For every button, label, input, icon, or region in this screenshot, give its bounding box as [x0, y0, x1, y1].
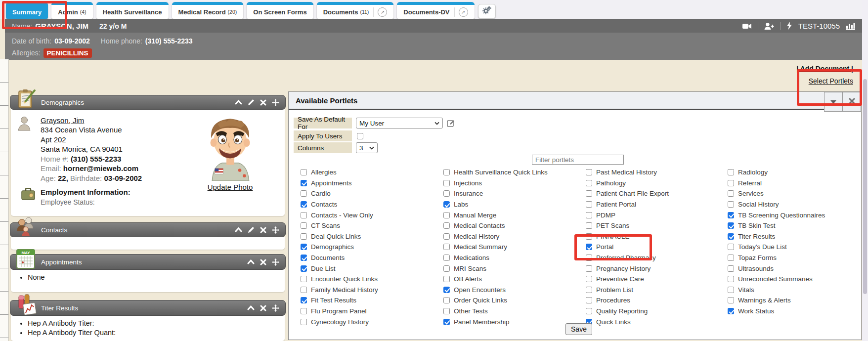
checkbox-referral[interactable] — [728, 180, 734, 186]
tab-admin[interactable]: Admin(4) — [51, 2, 92, 19]
checkbox-contacts-view-only[interactable] — [301, 212, 307, 218]
tab-documents[interactable]: Documents(11)↗ — [317, 2, 394, 19]
checkbox-unreconciled-summaries[interactable] — [728, 276, 734, 282]
tab-health-surveillance[interactable]: Health Surveillance — [96, 2, 169, 19]
checkbox-ct-scans[interactable] — [301, 222, 307, 229]
filter-portlets-input[interactable] — [532, 155, 624, 165]
checkbox-radiology[interactable] — [728, 169, 734, 175]
close-icon[interactable] — [260, 99, 266, 106]
collapse-icon[interactable] — [235, 99, 242, 105]
collapse-icon[interactable] — [247, 305, 255, 311]
checkbox-mri-scans[interactable] — [443, 265, 450, 272]
checkbox-order-quick-links[interactable] — [443, 297, 450, 303]
checkbox-preferred-pharmacy[interactable] — [586, 255, 592, 261]
add-person-icon[interactable] — [764, 22, 774, 30]
close-icon[interactable] — [260, 227, 266, 233]
save-button[interactable]: Save — [565, 323, 592, 335]
checkbox-social-history[interactable] — [728, 201, 734, 208]
checkbox-warnings-alerts[interactable] — [728, 297, 734, 303]
checkbox-panel-membership[interactable] — [443, 319, 450, 325]
move-icon[interactable] — [272, 226, 279, 234]
tab-settings-button[interactable] — [478, 4, 496, 19]
checkbox-patient-portal[interactable] — [586, 201, 592, 208]
checkbox-encounter-quick-links[interactable] — [301, 276, 307, 282]
checkbox-quality-reporting[interactable] — [586, 308, 592, 314]
dialog-minimize-button[interactable] — [824, 92, 843, 112]
checkbox-titer-results[interactable] — [728, 233, 734, 240]
edit-icon[interactable] — [248, 99, 255, 106]
checkbox-manual-merge[interactable] — [443, 212, 450, 218]
tab-documents-dv[interactable]: Documents-DV↗ — [397, 2, 474, 19]
collapse-icon[interactable] — [235, 227, 242, 233]
checkbox-pinnacle[interactable] — [586, 233, 592, 240]
checkbox-tb-screening-questionnaires[interactable] — [728, 212, 734, 218]
checkbox-problem-list[interactable] — [586, 287, 592, 293]
checkbox-flu-program-panel[interactable] — [301, 308, 307, 314]
checkbox-pathology[interactable] — [586, 180, 592, 186]
checkbox-cardio[interactable] — [301, 190, 307, 197]
columns-select[interactable]: 3 — [356, 142, 378, 153]
checkbox-open-encounters[interactable] — [443, 287, 450, 293]
checkbox-medical-history[interactable] — [443, 233, 450, 240]
checkbox-family-medical-history[interactable] — [301, 287, 307, 293]
checkbox-tb-skin-test[interactable] — [728, 222, 734, 229]
checkbox-pet-scans[interactable] — [586, 222, 592, 229]
checkbox-injections[interactable] — [443, 180, 450, 186]
allergy-badge[interactable]: PENICILLINS — [43, 48, 92, 58]
checkbox-health-surveillance-quick-links[interactable] — [443, 169, 450, 175]
checkbox-demographics[interactable] — [301, 244, 307, 250]
checkbox-allergies[interactable] — [301, 169, 307, 175]
checkbox-deal-quick-links[interactable] — [301, 233, 307, 240]
checkbox-labs[interactable] — [443, 201, 450, 208]
checkbox-pdmp[interactable] — [586, 212, 592, 218]
checkbox-documents[interactable] — [301, 255, 307, 261]
dialog-close-button[interactable] — [842, 92, 861, 112]
checkbox-medical-summary[interactable] — [443, 244, 450, 250]
move-icon[interactable] — [272, 99, 279, 106]
checkbox-preventive-care[interactable] — [586, 276, 592, 282]
checkbox-patient-chart-file-export[interactable] — [586, 190, 592, 197]
move-icon[interactable] — [272, 304, 279, 312]
checkbox-medical-contacts[interactable] — [443, 222, 450, 229]
checkbox-pregnancy-history[interactable] — [586, 265, 592, 272]
checkbox-work-status[interactable] — [728, 308, 734, 314]
checkbox-services[interactable] — [728, 190, 734, 197]
collapsed-left-rail[interactable] — [0, 59, 9, 341]
update-photo-link[interactable]: Update Photo — [208, 183, 253, 191]
checkbox-medications[interactable] — [443, 255, 450, 261]
checkbox-today-s-due-list[interactable] — [728, 244, 734, 250]
popout-icon[interactable]: ↗ — [373, 7, 387, 17]
edit-icon[interactable] — [248, 226, 255, 233]
checkbox-portal[interactable] — [586, 244, 592, 250]
checkbox-topaz-forms[interactable] — [728, 255, 734, 261]
tab-medical-record[interactable]: Medical Record(20) — [172, 2, 244, 19]
close-icon[interactable] — [260, 259, 266, 265]
flowsheet-chart-icon[interactable] — [846, 22, 855, 30]
patient-name-link[interactable]: Grayson, Jim — [41, 116, 84, 125]
checkbox-appointments[interactable] — [301, 180, 307, 186]
save-default-select[interactable]: My User — [356, 118, 443, 128]
quick-action-lightning-icon[interactable] — [786, 22, 792, 30]
collapse-icon[interactable] — [247, 259, 255, 265]
move-icon[interactable] — [272, 258, 279, 266]
popout-icon[interactable]: ↗ — [454, 7, 468, 17]
close-icon[interactable] — [260, 305, 266, 311]
checkbox-vitals[interactable] — [728, 287, 734, 293]
checkbox-contacts[interactable] — [301, 201, 307, 208]
add-document-link[interactable]: | Add Document | — [796, 65, 853, 73]
select-portlets-link[interactable]: Select Portlets — [796, 77, 853, 85]
checkbox-gynecology-history[interactable] — [301, 319, 307, 325]
checkbox-other-tests[interactable] — [443, 308, 450, 314]
checkbox-past-medical-history[interactable] — [586, 169, 592, 175]
video-call-icon[interactable] — [742, 22, 752, 30]
edit-default-icon[interactable] — [447, 119, 455, 128]
checkbox-insurance[interactable] — [443, 190, 450, 197]
checkbox-procedures[interactable] — [586, 297, 592, 303]
apply-to-users-checkbox[interactable] — [357, 133, 363, 139]
tab-summary[interactable]: Summary — [6, 2, 48, 19]
checkbox-fit-test-results[interactable] — [301, 297, 307, 303]
checkbox-due-list[interactable] — [301, 265, 307, 272]
checkbox-ultrasounds[interactable] — [728, 265, 734, 272]
checkbox-ob-alerts[interactable] — [443, 276, 450, 282]
tab-on-screen-forms[interactable]: On Screen Forms — [247, 2, 313, 19]
